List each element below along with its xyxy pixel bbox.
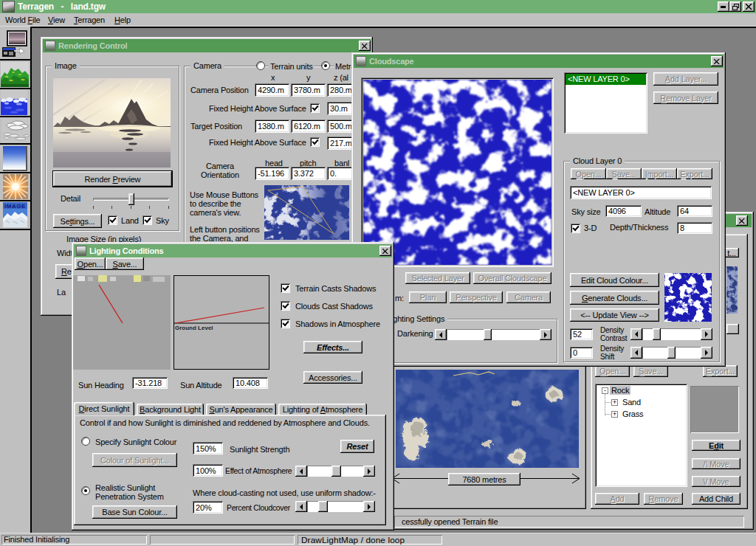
- svg-text:Ground Level: Ground Level: [175, 325, 213, 331]
- svg-text:IMAGE: IMAGE: [4, 203, 26, 210]
